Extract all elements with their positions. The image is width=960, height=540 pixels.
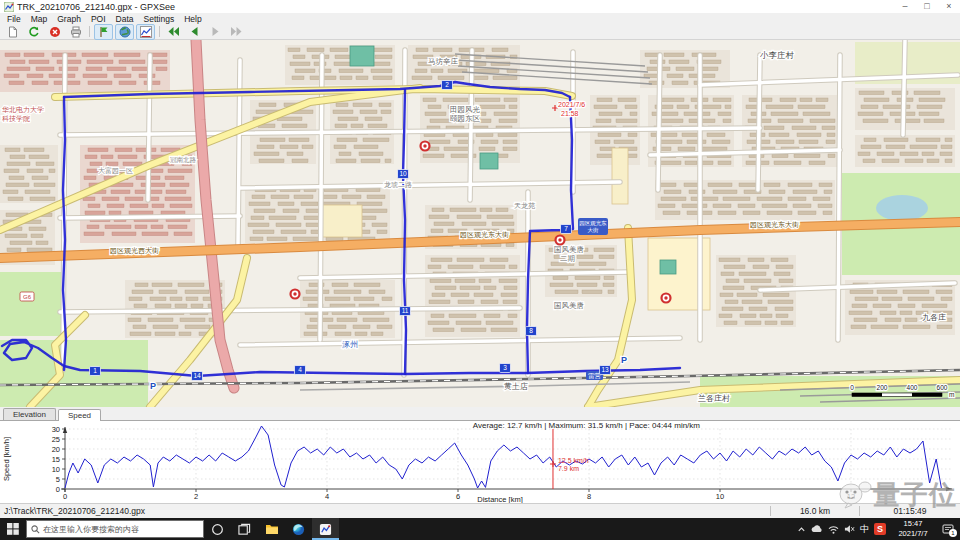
svg-text:冠南北路: 冠南北路: [170, 156, 197, 164]
tray-chevron-up-icon[interactable]: [797, 525, 806, 534]
taskbar-app-taskview[interactable]: [231, 518, 258, 540]
svg-text:田园风光: 田园风光: [450, 105, 481, 114]
tray-ime-indicator[interactable]: 中: [860, 523, 869, 536]
minimize-button[interactable]: –: [894, 0, 916, 13]
next-track-button[interactable]: [206, 24, 225, 40]
svg-text:30: 30: [52, 425, 60, 434]
svg-text:13: 13: [601, 366, 609, 373]
menu-poi[interactable]: POI: [86, 14, 111, 24]
svg-text:20: 20: [52, 445, 60, 454]
svg-text:12.5 km/h: 12.5 km/h: [558, 457, 589, 464]
menu-map[interactable]: Map: [26, 14, 53, 24]
svg-text:九各庄: 九各庄: [922, 313, 946, 322]
taskbar-app-cortana[interactable]: [204, 518, 231, 540]
menu-file[interactable]: File: [2, 14, 26, 24]
svg-text:华北电力大学: 华北电力大学: [2, 106, 44, 114]
svg-text:国风美唐: 国风美唐: [554, 301, 585, 310]
explorer-icon: [265, 523, 279, 535]
menu-graph[interactable]: Graph: [52, 14, 86, 24]
notification-badge: 1: [949, 529, 957, 537]
close-button[interactable]: ×: [938, 0, 960, 13]
cortana-icon: [211, 523, 224, 536]
svg-text:0: 0: [63, 492, 67, 501]
tray-clock-date: 2021/7/7: [891, 529, 935, 539]
svg-text:7: 7: [564, 225, 568, 232]
tab-speed[interactable]: Speed: [58, 409, 101, 421]
svg-text:2021/7/6: 2021/7/6: [558, 101, 585, 108]
svg-text:5: 5: [56, 475, 60, 484]
tray-sogou-icon[interactable]: S: [874, 523, 886, 535]
tab-elevation[interactable]: Elevation: [3, 408, 56, 420]
show-map-button[interactable]: [115, 24, 134, 40]
svg-text:400: 400: [907, 384, 918, 391]
svg-text:200: 200: [877, 384, 888, 391]
svg-text:25: 25: [52, 435, 60, 444]
svg-text:6: 6: [456, 492, 460, 501]
svg-text:黄土店: 黄土店: [504, 382, 528, 391]
svg-text:2: 2: [194, 492, 198, 501]
flag-icon: [98, 26, 110, 38]
svg-text:园区观光东大街: 园区观光东大街: [750, 221, 799, 229]
svg-text:二期: 二期: [560, 254, 575, 263]
map-view[interactable]: 小李庄村马坊辛庄田园风光颐园东区龙琥二路园区观光西大街园区观光东大街园区观光东大…: [0, 40, 960, 407]
svg-text:7.9 km: 7.9 km: [558, 465, 579, 472]
taskbar-app-gpxsee[interactable]: [312, 518, 339, 540]
start-button[interactable]: [0, 518, 26, 540]
tray-network-icon[interactable]: [828, 525, 839, 534]
tray-clock[interactable]: 15:47 2021/7/7: [891, 519, 935, 539]
print-button[interactable]: [66, 24, 85, 40]
toolbar: [0, 24, 960, 40]
tray-volume-muted-icon[interactable]: [844, 524, 855, 534]
svg-text:园区观光西大街: 园区观光西大街: [110, 247, 159, 255]
prev-track-button[interactable]: [185, 24, 204, 40]
globe-icon: [119, 26, 131, 38]
gpxsee-icon: [319, 523, 332, 536]
svg-text:8: 8: [587, 492, 591, 501]
graph-tab-bar: ElevationSpeed: [0, 407, 960, 421]
svg-text:0: 0: [850, 384, 854, 391]
status-file-path: J:\Track\TRK_20210706_212140.gpx: [0, 506, 770, 516]
taskbar-app-edge[interactable]: [285, 518, 312, 540]
svg-text:天龙苑: 天龙苑: [514, 202, 535, 210]
svg-text:G6: G6: [23, 294, 32, 300]
reload-icon: [28, 26, 40, 38]
menu-data[interactable]: Data: [111, 14, 139, 24]
taskbar-apps: [204, 518, 339, 540]
svg-text:国风美唐: 国风美唐: [554, 245, 585, 254]
svg-text:600: 600: [937, 384, 948, 391]
tray-onedrive-icon[interactable]: [811, 525, 823, 534]
speed-graph[interactable]: 051015202530024681012Distance [km]Speed …: [0, 421, 960, 503]
svg-text:Speed [km/h]: Speed [km/h]: [2, 437, 11, 481]
menu-bar: FileMapGraphPOIDataSettingsHelp: [0, 13, 960, 24]
menu-settings[interactable]: Settings: [139, 14, 180, 24]
svg-text:1: 1: [93, 367, 97, 374]
search-placeholder: 在这里输入你要搜索的内容: [43, 524, 139, 535]
window-controls: –□×: [894, 0, 960, 13]
maximize-button[interactable]: □: [916, 0, 938, 13]
svg-text:10: 10: [399, 170, 407, 177]
reload-file-button[interactable]: [24, 24, 43, 40]
close-file-button[interactable]: [45, 24, 64, 40]
notification-center-button[interactable]: 1: [940, 521, 956, 537]
search-icon: [31, 525, 40, 534]
tray-clock-time: 15:47: [891, 519, 935, 529]
svg-text:15: 15: [52, 455, 60, 464]
svg-text:龙琥二路: 龙琥二路: [384, 181, 412, 189]
show-poi-button[interactable]: [94, 24, 113, 40]
svg-text:21:58: 21:58: [561, 110, 579, 117]
svg-text:兰各庄村: 兰各庄村: [698, 394, 730, 403]
menu-help[interactable]: Help: [179, 14, 206, 24]
last-track-button[interactable]: [227, 24, 246, 40]
svg-text:0: 0: [56, 485, 60, 494]
svg-text:园区观光东: 园区观光东: [579, 220, 607, 227]
open-file-button[interactable]: [3, 24, 22, 40]
taskbar-search-input[interactable]: 在这里输入你要搜索的内容: [26, 520, 204, 538]
status-distance: 16.0 km: [771, 506, 859, 516]
taskbar-app-explorer[interactable]: [258, 518, 285, 540]
chart-icon: [140, 26, 152, 38]
first-track-button[interactable]: [164, 24, 183, 40]
svg-text:3: 3: [503, 364, 507, 371]
status-time: 01:15:49: [860, 506, 960, 516]
show-graphs-button[interactable]: [136, 24, 155, 40]
svg-text:颐园东区: 颐园东区: [450, 114, 481, 123]
